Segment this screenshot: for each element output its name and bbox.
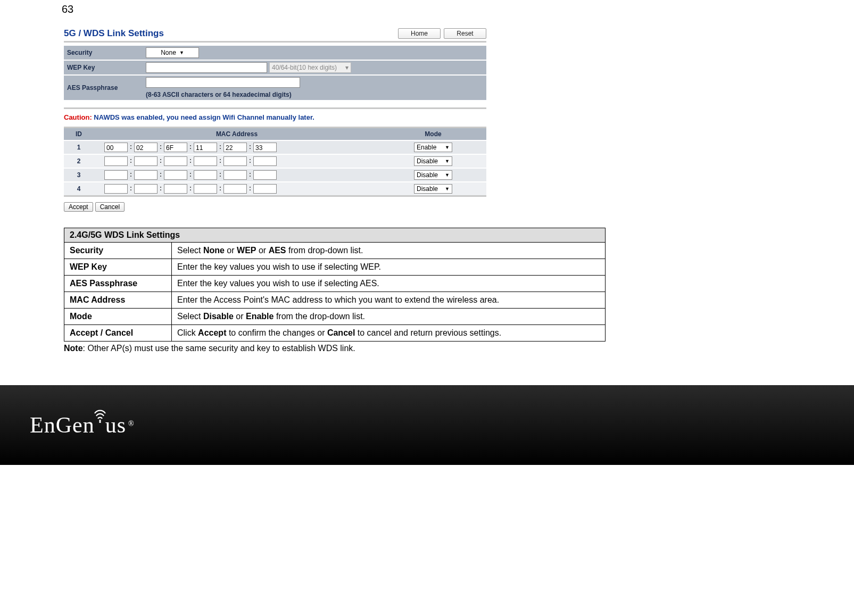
mac-row-mode: Disable▼ xyxy=(380,170,486,180)
desc-row: ModeSelect Disable or Enable from the dr… xyxy=(64,309,606,325)
footer: EnGen us ® xyxy=(0,385,854,465)
mac-octet-input[interactable]: 00 xyxy=(104,143,128,152)
mac-octet-input[interactable] xyxy=(134,156,157,166)
chevron-down-icon: ▾ xyxy=(345,64,349,71)
mac-row-octets: ::::: xyxy=(94,170,380,180)
titlebar-buttons: Home Reset xyxy=(398,28,486,39)
brand-post: us xyxy=(105,412,126,438)
mode-select[interactable]: Enable▼ xyxy=(414,143,452,152)
mac-row-mode: Enable▼ xyxy=(380,143,486,152)
mode-value: Disable xyxy=(417,157,438,165)
desc-value: Select None or WEP or AES from drop-down… xyxy=(172,243,606,259)
colon-separator: : xyxy=(217,171,223,178)
aes-hint: (8-63 ASCII characters or 64 hexadecimal… xyxy=(146,91,292,98)
mac-octet-input[interactable] xyxy=(164,156,187,166)
mac-octet-input[interactable] xyxy=(194,170,217,180)
desc-key: Accept / Cancel xyxy=(64,325,172,342)
colon-separator: : xyxy=(217,185,223,192)
router-ui-screenshot: 5G / WDS Link Settings Home Reset Securi… xyxy=(64,28,486,212)
mac-row-id: 1 xyxy=(64,144,94,151)
mac-octet-input[interactable]: 11 xyxy=(194,143,217,152)
mac-octet-input[interactable] xyxy=(134,184,157,194)
mac-octet-input[interactable]: 22 xyxy=(223,143,247,152)
mode-select[interactable]: Disable▼ xyxy=(414,170,452,180)
mac-octet-input[interactable] xyxy=(223,184,247,194)
caution-label: Caution: xyxy=(64,113,92,121)
colon-separator: : xyxy=(217,143,223,151)
accept-button[interactable]: Accept xyxy=(64,202,93,212)
aes-input[interactable] xyxy=(146,77,300,88)
chevron-down-icon: ▼ xyxy=(445,159,450,164)
colon-separator: : xyxy=(128,157,134,164)
mac-row-mode: Disable▼ xyxy=(380,156,486,166)
chevron-down-icon: ▼ xyxy=(445,172,450,178)
chevron-down-icon: ▼ xyxy=(445,186,450,192)
mac-row-id: 2 xyxy=(64,157,94,165)
mac-table: ID MAC Address Mode 100:02:6F:11:22:33En… xyxy=(64,127,486,197)
cancel-button[interactable]: Cancel xyxy=(95,202,125,212)
mac-octet-input[interactable] xyxy=(134,170,157,180)
mac-octet-input[interactable] xyxy=(253,170,277,180)
mac-octet-input[interactable] xyxy=(104,156,128,166)
row-security: Security None ▼ xyxy=(64,45,486,60)
mac-row-octets: 00:02:6F:11:22:33 xyxy=(94,143,380,152)
desc-key: MAC Address xyxy=(64,292,172,309)
wepkey-format-value: 40/64-bit(10 hex digits) xyxy=(272,64,337,71)
form-buttons: Accept Cancel xyxy=(64,202,486,212)
colon-separator: : xyxy=(217,157,223,164)
mac-octet-input[interactable] xyxy=(104,170,128,180)
desc-value: Click Accept to confirm the changes or C… xyxy=(172,325,606,342)
mac-octet-input[interactable]: 33 xyxy=(253,143,277,152)
desc-value: Enter the key values you wish to use if … xyxy=(172,276,606,292)
col-mac: MAC Address xyxy=(94,128,380,140)
divider xyxy=(64,107,486,109)
mac-octet-input[interactable] xyxy=(223,156,247,166)
description-table: 2.4G/5G WDS Link Settings SecuritySelect… xyxy=(64,228,606,342)
colon-separator: : xyxy=(187,157,194,164)
colon-separator: : xyxy=(187,185,194,192)
mac-row-octets: ::::: xyxy=(94,156,380,166)
mac-octet-input[interactable]: 6F xyxy=(164,143,187,152)
mac-octet-input[interactable] xyxy=(253,184,277,194)
mac-octet-input[interactable] xyxy=(223,170,247,180)
mac-octet-input[interactable]: 02 xyxy=(134,143,157,152)
reset-button[interactable]: Reset xyxy=(444,28,486,39)
colon-separator: : xyxy=(157,143,164,151)
mac-octet-input[interactable] xyxy=(164,184,187,194)
colon-separator: : xyxy=(128,171,134,178)
mac-octet-input[interactable] xyxy=(253,156,277,166)
security-value: None xyxy=(161,49,176,56)
mode-select[interactable]: Disable▼ xyxy=(414,184,452,194)
chevron-down-icon: ▼ xyxy=(179,50,184,55)
mac-octet-input[interactable] xyxy=(164,170,187,180)
mac-table-header: ID MAC Address Mode xyxy=(64,127,486,140)
brand-logo: EnGen us ® xyxy=(30,412,135,438)
wepkey-input[interactable] xyxy=(146,62,267,73)
mac-row: 100:02:6F:11:22:33Enable▼ xyxy=(64,140,486,154)
mac-octet-input[interactable] xyxy=(104,184,128,194)
chevron-down-icon: ▼ xyxy=(445,145,450,150)
mac-table-bottomline xyxy=(64,195,486,197)
row-wepkey: WEP Key 40/64-bit(10 hex digits) ▾ xyxy=(64,60,486,74)
desc-header: 2.4G/5G WDS Link Settings xyxy=(64,228,606,243)
security-label: Security xyxy=(67,49,146,56)
colon-separator: : xyxy=(247,185,253,192)
colon-separator: : xyxy=(157,171,164,178)
colon-separator: : xyxy=(187,143,194,151)
mac-octet-input[interactable] xyxy=(194,184,217,194)
titlebar: 5G / WDS Link Settings Home Reset xyxy=(64,28,486,43)
mac-octet-input[interactable] xyxy=(194,156,217,166)
wifi-icon xyxy=(93,407,107,426)
desc-value: Enter the Access Point's MAC address to … xyxy=(172,292,606,309)
home-button[interactable]: Home xyxy=(398,28,441,39)
desc-row: MAC AddressEnter the Access Point's MAC … xyxy=(64,292,606,309)
colon-separator: : xyxy=(247,157,253,164)
mode-select[interactable]: Disable▼ xyxy=(414,156,452,166)
security-select[interactable]: None ▼ xyxy=(146,47,199,58)
aes-label: AES Passphrase xyxy=(67,84,146,91)
desc-row: AES PassphraseEnter the key values you w… xyxy=(64,276,606,292)
brand-pre: EnGen xyxy=(30,412,95,438)
desc-row: SecuritySelect None or WEP or AES from d… xyxy=(64,243,606,259)
svg-rect-0 xyxy=(99,420,101,423)
desc-row: WEP KeyEnter the key values you wish to … xyxy=(64,259,606,276)
